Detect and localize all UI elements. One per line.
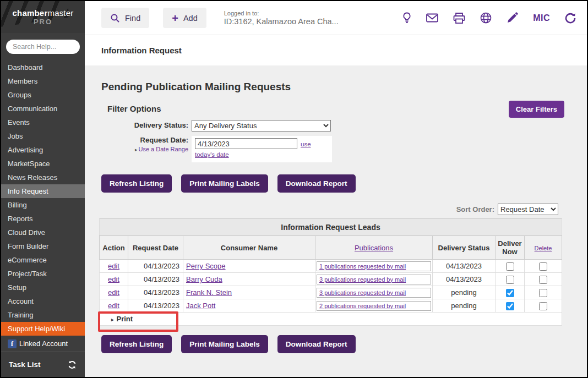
- request-date-input[interactable]: [195, 138, 297, 149]
- edit-link[interactable]: edit: [108, 262, 119, 270]
- logo-regular: master: [47, 8, 73, 18]
- sidebar-item-info-request[interactable]: Info Request: [1, 184, 85, 198]
- delete-checkbox[interactable]: [539, 289, 547, 297]
- find-button[interactable]: Find: [101, 8, 149, 28]
- sync-icon[interactable]: [67, 360, 77, 370]
- sidebar-item-events[interactable]: Events: [1, 116, 85, 129]
- sidebar-nav: Dashboard Members Groups Communication E…: [1, 61, 85, 352]
- table-footer-row: ▸Print: [100, 313, 562, 326]
- sidebar-item-jobs[interactable]: Jobs: [1, 129, 85, 143]
- edit-link[interactable]: edit: [108, 288, 119, 297]
- col-request-date: Request Date: [128, 236, 183, 260]
- publications-box: 2 publications requested by mail: [317, 301, 431, 311]
- publications-link[interactable]: 3 publications requested by mail: [319, 276, 406, 283]
- help-search-input[interactable]: [13, 43, 73, 51]
- publications-link[interactable]: 2 publications requested by mail: [319, 303, 406, 309]
- request-date-row: Request Date: ▸Use a Date Range use toda…: [99, 136, 573, 162]
- sidebar-item-groups[interactable]: Groups: [1, 88, 85, 102]
- top-action-buttons: Refresh Listing Print Mailing Labels Dow…: [101, 174, 573, 193]
- delete-checkbox[interactable]: [539, 262, 547, 271]
- delivery-status-select[interactable]: Any Delivery Status: [192, 120, 331, 132]
- sidebar-item-billing[interactable]: Billing: [1, 198, 85, 212]
- print-mailing-labels-button[interactable]: Print Mailing Labels: [181, 174, 268, 193]
- help-search[interactable]: [6, 40, 80, 54]
- logo-pro: PRO: [34, 18, 52, 26]
- search-icon: [110, 13, 120, 23]
- printer-icon[interactable]: [453, 13, 465, 24]
- information-request-leads-table: Information Request Leads Action Request…: [99, 218, 562, 326]
- sidebar-item-support-help-wiki[interactable]: Support Help/Wiki: [1, 322, 85, 336]
- edit-link[interactable]: edit: [108, 302, 119, 310]
- deliver-now-checkbox[interactable]: [506, 302, 514, 310]
- sidebar-item-reports[interactable]: Reports: [1, 212, 85, 226]
- chambermaster-logo: chambermaster PRO: [1, 1, 85, 33]
- sidebar-item-ecommerce[interactable]: eCommerce: [1, 253, 85, 267]
- deliver-now-checkbox[interactable]: [506, 262, 514, 271]
- sort-order-select[interactable]: Request Date: [498, 204, 558, 215]
- consumer-name-link[interactable]: Perry Scope: [186, 262, 226, 270]
- table-row: edit 04/13/2023 Barry Cuda 3 publication…: [100, 273, 562, 286]
- deliver-now-checkbox[interactable]: [506, 276, 514, 284]
- page-title-bar: Information Request: [85, 35, 587, 65]
- mic-menu[interactable]: MIC: [533, 13, 550, 23]
- print-expander[interactable]: ▸Print: [100, 315, 133, 323]
- col-publications: Publications: [315, 236, 433, 260]
- deliver-now-checkbox[interactable]: [506, 289, 514, 297]
- sidebar-item-advertising[interactable]: Advertising: [1, 143, 85, 157]
- topbar-icons: MIC: [402, 12, 576, 24]
- sidebar-item-dashboard[interactable]: Dashboard: [1, 61, 85, 74]
- sidebar-item-news-releases[interactable]: News Releases: [1, 171, 85, 184]
- logged-in-info[interactable]: Logged in to: ID:3162, Kalamazoo Area Ch…: [224, 10, 339, 26]
- consumer-name-link[interactable]: Jack Pott: [186, 302, 215, 310]
- delivery-status-label: Delivery Status:: [134, 121, 188, 129]
- sidebar-item-members[interactable]: Members: [1, 74, 85, 88]
- sidebar-item-setup[interactable]: Setup: [1, 281, 85, 294]
- clear-filters-button[interactable]: Clear Filters: [509, 101, 564, 118]
- col-action: Action: [100, 236, 128, 260]
- table-row: edit 04/13/2023 Perry Scope 1 publicatio…: [100, 260, 562, 273]
- task-list-label: Task List: [9, 360, 41, 369]
- delivery-status-cell: 04/13/2023: [433, 273, 496, 286]
- download-report-button-bottom[interactable]: Download Report: [277, 335, 356, 353]
- delete-checkbox[interactable]: [539, 276, 547, 284]
- sidebar-item-project-task[interactable]: Project/Task: [1, 267, 85, 281]
- mail-icon[interactable]: [426, 13, 438, 23]
- publications-sort-link[interactable]: Publications: [355, 244, 393, 252]
- sidebar-item-cloud-drive[interactable]: Cloud Drive: [1, 226, 85, 239]
- lightbulb-icon[interactable]: [402, 12, 411, 24]
- publications-link[interactable]: 3 publications requested by mail: [319, 289, 406, 296]
- sidebar-item-linked-account[interactable]: f Linked Account: [1, 336, 85, 352]
- pencil-icon[interactable]: [507, 12, 518, 24]
- sidebar-item-account[interactable]: Account: [1, 294, 85, 308]
- delivery-status-cell: 04/13/2023: [433, 260, 496, 273]
- add-button[interactable]: + Add: [163, 8, 206, 28]
- top-bar: Find + Add Logged in to: ID:3162, Kalama…: [85, 1, 587, 35]
- page-title: Information Request: [101, 46, 182, 55]
- request-date-cell: 04/13/2023: [128, 273, 183, 286]
- publications-link[interactable]: 1 publications requested by mail: [319, 263, 406, 270]
- refresh-listing-button[interactable]: Refresh Listing: [101, 174, 172, 193]
- col-delete: Delete: [525, 236, 562, 260]
- print-mailing-labels-button-bottom[interactable]: Print Mailing Labels: [181, 335, 268, 353]
- edit-link[interactable]: edit: [108, 275, 119, 283]
- refresh-listing-button-bottom[interactable]: Refresh Listing: [101, 335, 172, 353]
- publications-box: 1 publications requested by mail: [317, 261, 431, 271]
- consumer-name-link[interactable]: Barry Cuda: [186, 275, 222, 283]
- sidebar-item-communication[interactable]: Communication: [1, 102, 85, 116]
- sidebar-item-form-builder[interactable]: Form Builder: [1, 239, 85, 253]
- app-window: chambermaster PRO Dashboard Members Grou…: [0, 0, 588, 378]
- delete-all-link[interactable]: Delete: [535, 245, 552, 251]
- request-date-cell: 04/13/2023: [128, 299, 183, 313]
- delivery-status-row: Delivery Status: Any Delivery Status: [99, 120, 573, 132]
- consumer-name-link[interactable]: Frank N. Stein: [186, 288, 232, 297]
- sidebar-item-marketspace[interactable]: MarketSpace: [1, 157, 85, 171]
- sidebar-item-training[interactable]: Training: [1, 308, 85, 322]
- main-area: Find + Add Logged in to: ID:3162, Kalama…: [85, 1, 587, 377]
- delete-checkbox[interactable]: [539, 302, 547, 310]
- download-report-button[interactable]: Download Report: [277, 174, 356, 193]
- refresh-icon[interactable]: [565, 13, 576, 24]
- globe-icon[interactable]: [480, 12, 492, 24]
- content-area: Pending Publication Mailing Requests Fil…: [85, 65, 587, 377]
- add-label: Add: [183, 14, 198, 23]
- use-date-range-link[interactable]: ▸Use a Date Range: [99, 146, 188, 152]
